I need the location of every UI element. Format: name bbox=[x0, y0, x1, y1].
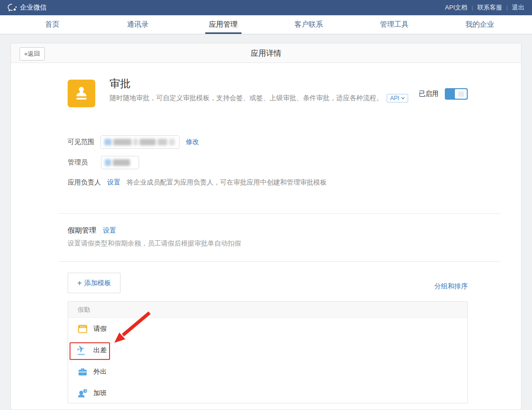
holiday-section: 假期管理 设置 bbox=[68, 226, 116, 235]
app-description: 随时随地审批，可自定义审批模板，支持会签、或签、上级审批、条件审批，适应各种流程… bbox=[110, 94, 383, 102]
template-item-label: 外出 bbox=[93, 368, 107, 376]
api-dropdown[interactable]: API bbox=[387, 94, 408, 102]
briefcase-icon bbox=[77, 366, 88, 378]
enable-toggle[interactable] bbox=[445, 88, 468, 100]
section-divider bbox=[59, 213, 500, 214]
template-item-label: 请假 bbox=[93, 325, 107, 333]
calendar-icon bbox=[77, 323, 88, 335]
tab-customer-contact[interactable]: 客户联系 bbox=[266, 15, 352, 34]
holiday-hint: 设置请假类型和假期余额，员工请假后根据审批单自动扣假 bbox=[68, 239, 241, 248]
holiday-title: 假期管理 bbox=[68, 226, 96, 235]
set-owner-link[interactable]: 设置 bbox=[107, 178, 120, 187]
stamp-icon bbox=[72, 84, 91, 103]
add-template-label: 添加模板 bbox=[84, 279, 111, 287]
chevron-down-icon bbox=[401, 97, 405, 100]
template-item-leave[interactable]: 请假 bbox=[68, 318, 467, 339]
api-dropdown-label: API bbox=[390, 95, 399, 102]
app-detail-panel: «返回 应用详情 审批 随时随地审批，可自定义审批模板，支持会签、或签、上级审批… bbox=[10, 43, 522, 410]
contact-support-link[interactable]: 联系客服 bbox=[477, 3, 502, 12]
template-item-label: 加班 bbox=[93, 389, 107, 398]
admin-row: 管理员 bbox=[68, 156, 139, 169]
template-item-label: 出差 bbox=[93, 346, 107, 355]
app-description-row: 随时随地审批，可自定义审批模板，支持会签、或签、上级审批、条件审批，适应各种流程… bbox=[110, 94, 408, 102]
group-sort-link[interactable]: 分组和排序 bbox=[434, 282, 468, 291]
template-item-going-out[interactable]: 外出 bbox=[68, 361, 467, 382]
logout-link[interactable]: 退出 bbox=[512, 3, 524, 12]
admin-label: 管理员 bbox=[68, 158, 88, 167]
owner-label: 应用负责人 bbox=[68, 178, 101, 187]
api-doc-link[interactable]: API文档 bbox=[445, 3, 467, 12]
tab-contacts[interactable]: 通讯录 bbox=[95, 15, 181, 34]
owner-hint: 将企业成员配置为应用负责人，可在审批应用中创建和管理审批模板 bbox=[127, 178, 327, 187]
toggle-grip bbox=[462, 92, 463, 97]
plus-icon: + bbox=[77, 279, 82, 287]
page-title: 应用详情 bbox=[11, 43, 521, 63]
tab-management-tools[interactable]: 管理工具 bbox=[351, 15, 437, 34]
topbar-links: API文档 | 联系客服 | 退出 bbox=[445, 3, 524, 12]
tab-my-company[interactable]: 我的企业 bbox=[437, 15, 523, 34]
topbar: 企业微信 API文档 | 联系客服 | 退出 bbox=[0, 0, 532, 15]
toggle-grip bbox=[461, 92, 462, 97]
template-list: 假勤 请假 ✈ 出差 bbox=[68, 301, 468, 403]
separator: | bbox=[472, 5, 473, 10]
tab-app-management[interactable]: 应用管理 bbox=[181, 15, 266, 34]
approval-app-icon bbox=[68, 80, 95, 107]
visible-scope-row: 可见范围 修改 bbox=[68, 135, 199, 149]
admin-value bbox=[101, 156, 139, 169]
separator: | bbox=[506, 5, 508, 10]
app-name: 审批 bbox=[110, 77, 130, 91]
template-item-business-trip[interactable]: ✈ 出差 bbox=[68, 339, 467, 361]
app-status: 已启用 bbox=[419, 88, 468, 100]
airplane-icon: ✈ bbox=[77, 345, 88, 356]
overtime-icon bbox=[77, 388, 88, 399]
set-holiday-link[interactable]: 设置 bbox=[103, 226, 116, 235]
section-divider bbox=[59, 261, 500, 262]
wecom-admin-screen: 企业微信 API文档 | 联系客服 | 退出 首页 通讯录 应用管理 客户联系 … bbox=[0, 0, 532, 410]
back-button[interactable]: «返回 bbox=[20, 47, 45, 61]
modify-scope-link[interactable]: 修改 bbox=[186, 138, 199, 146]
toggle-grip bbox=[459, 92, 460, 97]
add-template-button[interactable]: + 添加模板 bbox=[68, 273, 120, 293]
brand-name: 企业微信 bbox=[20, 3, 47, 12]
template-group-header: 假勤 bbox=[68, 302, 467, 318]
visible-scope-value bbox=[100, 135, 180, 149]
tab-home[interactable]: 首页 bbox=[10, 15, 95, 34]
wecom-logo[interactable]: 企业微信 bbox=[8, 3, 47, 12]
wecom-bubble-icon bbox=[8, 3, 18, 12]
owner-row: 应用负责人 设置 将企业成员配置为应用负责人，可在审批应用中创建和管理审批模板 bbox=[68, 178, 327, 187]
main-nav: 首页 通讯录 应用管理 客户联系 管理工具 我的企业 bbox=[0, 15, 532, 34]
panel-header: «返回 应用详情 bbox=[11, 43, 521, 63]
toggle-knob bbox=[455, 89, 467, 99]
status-label: 已启用 bbox=[419, 90, 439, 98]
template-item-overtime[interactable]: 加班 bbox=[68, 382, 467, 404]
visible-scope-label: 可见范围 bbox=[68, 138, 94, 146]
